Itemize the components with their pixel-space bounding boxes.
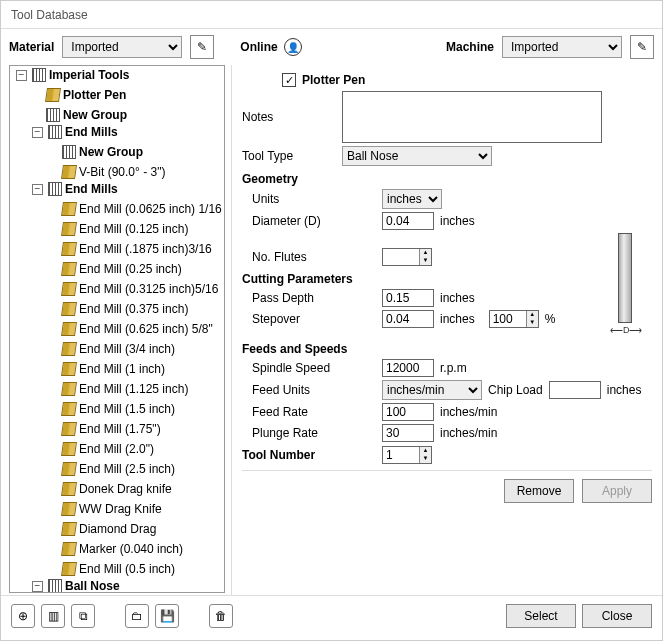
tool-icon xyxy=(61,462,77,476)
stepover-pct-input[interactable] xyxy=(490,311,526,327)
tree-item[interactable]: End Mill (1.75") xyxy=(46,421,163,437)
remove-button[interactable]: Remove xyxy=(504,479,574,503)
tree-root[interactable]: − Imperial Tools xyxy=(14,67,131,83)
plunge-input[interactable] xyxy=(382,424,434,442)
chipload-input[interactable] xyxy=(549,381,601,399)
units-select[interactable]: inches xyxy=(382,189,442,209)
tool-icon xyxy=(61,165,77,179)
tree-item-label: New Group xyxy=(79,144,143,160)
group-icon xyxy=(48,125,62,139)
machine-label: Machine xyxy=(446,40,494,54)
tree-item[interactable]: End Mill (.1875 inch)3/16 xyxy=(46,241,214,257)
spindle-label: Spindle Speed xyxy=(252,361,342,375)
tree-item[interactable]: End Mill (0.0625 inch) 1/16 xyxy=(46,201,224,217)
machine-edit-button[interactable]: ✎ xyxy=(630,35,654,59)
tree-item[interactable]: −End Mills xyxy=(30,181,120,197)
tree-item[interactable]: Plotter Pen xyxy=(30,87,128,103)
tree-item[interactable]: −Ball Nose xyxy=(30,578,122,593)
tree-item-label: V-Bit (90.0° - 3") xyxy=(79,164,165,180)
up-icon[interactable]: ▲ xyxy=(420,249,431,257)
down-icon[interactable]: ▼ xyxy=(420,455,431,463)
add-button[interactable]: ⊕ xyxy=(11,604,35,628)
tree-item[interactable]: End Mill (2.0") xyxy=(46,441,156,457)
tree-item[interactable]: End Mill (0.125 inch) xyxy=(46,221,190,237)
material-select[interactable]: Imported xyxy=(62,36,182,58)
save-button[interactable]: 💾 xyxy=(155,604,179,628)
stepover-input[interactable] xyxy=(382,310,434,328)
toolnum-stepper[interactable]: ▲▼ xyxy=(382,446,432,464)
apply-button[interactable]: Apply xyxy=(582,479,652,503)
tree-item[interactable]: New Group xyxy=(30,107,129,123)
copy-button[interactable]: ⧉ xyxy=(71,604,95,628)
collapse-icon[interactable]: − xyxy=(32,184,43,195)
tree-item-label: End Mill (1.5 inch) xyxy=(79,401,175,417)
delete-button[interactable]: 🗑 xyxy=(209,604,233,628)
tree-item-label: End Mill (.1875 inch)3/16 xyxy=(79,241,212,257)
tree-item[interactable]: End Mill (1.125 inch) xyxy=(46,381,190,397)
machine-select[interactable]: Imported xyxy=(502,36,622,58)
down-icon[interactable]: ▼ xyxy=(420,257,431,265)
tool-enabled-checkbox[interactable]: ✓ xyxy=(282,73,296,87)
plunge-unit: inches/min xyxy=(440,426,497,440)
tree-item[interactable]: End Mill (0.375 inch) xyxy=(46,301,190,317)
down-icon[interactable]: ▼ xyxy=(527,319,538,327)
open-button[interactable]: 🗀 xyxy=(125,604,149,628)
tree-item-label: End Mill (3/4 inch) xyxy=(79,341,175,357)
group-icon: ▥ xyxy=(48,609,59,623)
tree-item[interactable]: V-Bit (90.0° - 3") xyxy=(46,164,167,180)
spindle-unit: r.p.m xyxy=(440,361,467,375)
group-icon xyxy=(46,108,60,122)
tree-item-label: Diamond Drag xyxy=(79,521,156,537)
tree-root-label: Imperial Tools xyxy=(49,67,129,83)
tree-item-label: End Mill (0.375 inch) xyxy=(79,301,188,317)
tree-item[interactable]: End Mill (1.5 inch) xyxy=(46,401,177,417)
diameter-input[interactable] xyxy=(382,212,434,230)
tree-item-label: End Mill (1.125 inch) xyxy=(79,381,188,397)
tool-icon xyxy=(61,382,77,396)
feedunits-select[interactable]: inches/min xyxy=(382,380,482,400)
user-icon[interactable]: 👤 xyxy=(284,38,302,56)
collapse-icon[interactable]: − xyxy=(32,127,43,138)
tree-item[interactable]: End Mill (0.625 inch) 5/8" xyxy=(46,321,215,337)
close-button[interactable]: Close xyxy=(582,604,652,628)
up-icon[interactable]: ▲ xyxy=(420,447,431,455)
passdepth-input[interactable] xyxy=(382,289,434,307)
tree-item[interactable]: End Mill (0.5 inch) xyxy=(46,561,177,577)
tool-icon xyxy=(61,522,77,536)
tree-item[interactable]: Diamond Drag xyxy=(46,521,158,537)
tree-item[interactable]: −End Mills xyxy=(30,124,120,140)
flutes-input[interactable] xyxy=(383,249,419,265)
diameter-unit: inches xyxy=(440,214,475,228)
tree-item[interactable]: End Mill (3/4 inch) xyxy=(46,341,177,357)
tree-item[interactable]: Marker (0.040 inch) xyxy=(46,541,185,557)
tool-icon xyxy=(45,88,61,102)
tree-item[interactable]: WW Drag Knife xyxy=(46,501,164,517)
group-icon xyxy=(32,68,46,82)
tool-tree[interactable]: − Imperial Tools Plotter PenNew Group−En… xyxy=(9,65,225,593)
feedrate-input[interactable] xyxy=(382,403,434,421)
tree-item[interactable]: New Group xyxy=(46,144,145,160)
material-edit-button[interactable]: ✎ xyxy=(190,35,214,59)
diameter-label: Diameter (D) xyxy=(252,214,342,228)
spindle-input[interactable] xyxy=(382,359,434,377)
tree-item[interactable]: End Mill (1 inch) xyxy=(46,361,167,377)
notes-input[interactable] xyxy=(342,91,602,143)
group-icon xyxy=(48,182,62,196)
chipload-label: Chip Load xyxy=(488,383,543,397)
tree-item[interactable]: Donek Drag knife xyxy=(46,481,174,497)
toolnum-input[interactable] xyxy=(383,447,419,463)
flutes-stepper[interactable]: ▲▼ xyxy=(382,248,432,266)
select-button[interactable]: Select xyxy=(506,604,576,628)
tooltype-label: Tool Type xyxy=(242,149,342,163)
tree-item[interactable]: End Mill (2.5 inch) xyxy=(46,461,177,477)
up-icon[interactable]: ▲ xyxy=(527,311,538,319)
collapse-icon[interactable]: − xyxy=(32,581,43,592)
tree-item[interactable]: End Mill (0.3125 inch)5/16 xyxy=(46,281,220,297)
tooltype-select[interactable]: Ball Nose xyxy=(342,146,492,166)
tree-item[interactable]: End Mill (0.25 inch) xyxy=(46,261,184,277)
collapse-icon[interactable]: − xyxy=(16,70,27,81)
tree-item-label: End Mill (2.0") xyxy=(79,441,154,457)
tool-icon xyxy=(61,302,77,316)
new-group-button[interactable]: ▥ xyxy=(41,604,65,628)
stepover-pct-stepper[interactable]: ▲▼ xyxy=(489,310,539,328)
